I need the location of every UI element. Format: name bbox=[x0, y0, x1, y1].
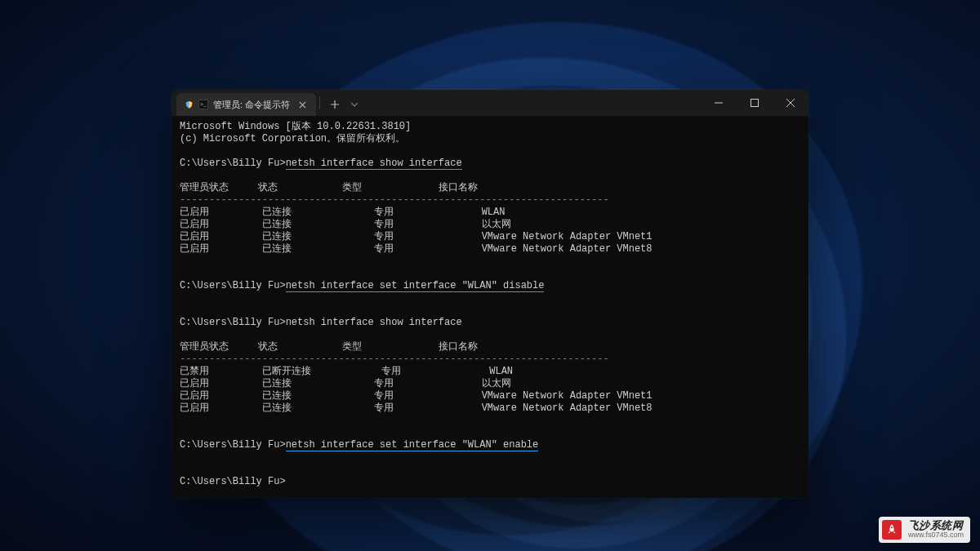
svg-point-4 bbox=[891, 527, 893, 528]
terminal-window: >_ 管理员: 命令提示符 Microsoft Window bbox=[172, 90, 808, 498]
terminal-output[interactable]: Microsoft Windows [版本 10.0.22631.3810] (… bbox=[172, 116, 808, 498]
new-tab-button[interactable] bbox=[323, 93, 346, 116]
tab-command-prompt[interactable]: >_ 管理员: 命令提示符 bbox=[176, 93, 316, 116]
banner-line: Microsoft Windows [版本 10.0.22631.3810] bbox=[180, 121, 411, 132]
tab-close-button[interactable] bbox=[295, 97, 310, 112]
prompt: C:\Users\Billy Fu> bbox=[180, 158, 286, 169]
watermark-url: www.fs0745.com bbox=[908, 531, 964, 539]
table-row: 已启用 已连接 专用 VMware Network Adapter VMnet1 bbox=[180, 231, 653, 242]
table-separator: ----------------------------------------… bbox=[180, 353, 609, 365]
table-row: 已启用 已连接 专用 VMware Network Adapter VMnet8 bbox=[180, 402, 653, 414]
table-row: 已启用 已连接 专用 WLAN bbox=[180, 207, 505, 218]
terminal-icon: >_ bbox=[198, 100, 208, 109]
table-row: 已禁用 已断开连接 专用 WLAN bbox=[180, 366, 513, 377]
table-header: 管理员状态 状态 类型 接口名称 bbox=[180, 182, 478, 193]
command-text: netsh interface show interface bbox=[286, 158, 462, 170]
table-row: 已启用 已连接 专用 以太网 bbox=[180, 219, 511, 230]
banner-line: (c) Microsoft Corporation。保留所有权利。 bbox=[180, 133, 405, 144]
command-text: netsh interface set interface "WLAN" ena… bbox=[286, 439, 539, 451]
rocket-icon bbox=[882, 520, 902, 540]
table-row: 已启用 已连接 专用 VMware Network Adapter VMnet1 bbox=[180, 390, 653, 402]
prompt: C:\Users\Billy Fu> bbox=[180, 476, 286, 487]
tab-divider bbox=[319, 96, 320, 109]
prompt: C:\Users\Billy Fu> bbox=[180, 280, 286, 291]
tab-title: 管理员: 命令提示符 bbox=[213, 99, 290, 111]
command-text: netsh interface set interface "WLAN" dis… bbox=[286, 280, 545, 292]
table-row: 已启用 已连接 专用 以太网 bbox=[180, 378, 511, 389]
window-close-button[interactable] bbox=[773, 90, 808, 116]
table-separator: ----------------------------------------… bbox=[180, 194, 609, 206]
command-text: netsh interface show interface bbox=[286, 317, 462, 328]
watermark-brand: 飞沙系统网 bbox=[908, 520, 964, 531]
tab-dropdown-button[interactable] bbox=[346, 93, 363, 116]
prompt: C:\Users\Billy Fu> bbox=[180, 439, 286, 451]
minimize-button[interactable] bbox=[701, 90, 737, 116]
table-row: 已启用 已连接 专用 VMware Network Adapter VMnet8 bbox=[180, 243, 653, 255]
shield-icon bbox=[185, 100, 194, 109]
watermark: 飞沙系统网 www.fs0745.com bbox=[879, 517, 970, 543]
titlebar[interactable]: >_ 管理员: 命令提示符 bbox=[172, 90, 808, 116]
titlebar-drag-region[interactable] bbox=[363, 90, 701, 116]
prompt: C:\Users\Billy Fu> bbox=[180, 317, 286, 328]
svg-rect-3 bbox=[751, 100, 759, 107]
maximize-button[interactable] bbox=[737, 90, 773, 116]
svg-text:>_: >_ bbox=[200, 101, 207, 107]
table-header: 管理员状态 状态 类型 接口名称 bbox=[180, 341, 478, 353]
